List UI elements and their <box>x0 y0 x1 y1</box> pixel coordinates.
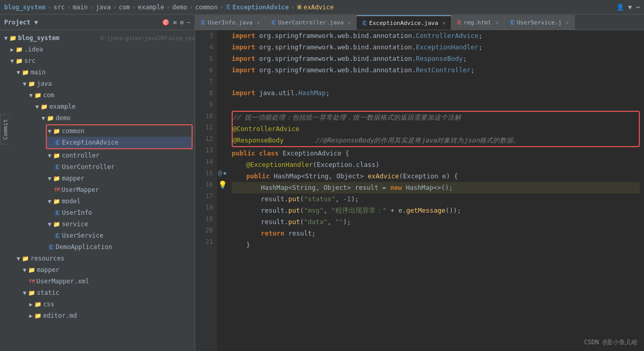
breadcrumb-class[interactable]: ExceptionAdvice <box>232 4 288 11</box>
folder-icon: 📁 <box>22 69 29 76</box>
breadcrumb-bar: blog_system › src › main › java › com › … <box>0 0 644 15</box>
code-line-10: // 统一功能处理：包括统一异常处理，统一数据格式的返回需要加这个注解 <box>233 112 639 123</box>
tree-com-label: com <box>43 92 195 99</box>
expand-icon: ▼ <box>23 290 27 296</box>
tree-common-label: common <box>62 127 192 135</box>
expand-icon: ▶ <box>10 46 14 53</box>
tree-model[interactable]: ▼ 📁 model <box>0 196 195 207</box>
tree-mapper-label: mapper <box>62 175 195 182</box>
tree-src[interactable]: ▼ 📁 src <box>0 55 195 67</box>
tree-static-label: static <box>37 289 195 296</box>
sidebar: Commit Project ▼ 🎯 ≡ ⚙ — ▼ 📁 blog_system… <box>0 15 195 351</box>
minimize-icon[interactable]: — <box>187 19 191 26</box>
editor-area: C UserInfo.java × C UserController.java … <box>195 15 644 351</box>
tree-java[interactable]: ▼ 📁 java <box>0 78 195 89</box>
tab-userservice[interactable]: C UserService.j × <box>504 15 575 30</box>
tree-user-service[interactable]: C UserService <box>0 230 195 241</box>
code-line-8: import java.util.HashMap; <box>232 87 640 99</box>
tree-controller[interactable]: ▼ 📁 controller <box>0 150 195 161</box>
tree-res-mapper[interactable]: ▼ 📁 mapper <box>0 264 195 276</box>
code-content[interactable]: import org.springframework.web.bind.anno… <box>228 30 644 351</box>
tree-exception-advice[interactable]: C ExceptionAdvice <box>47 137 192 148</box>
tab-close-icon[interactable]: × <box>443 20 446 26</box>
tree-resources[interactable]: ▼ 📁 resources <box>0 253 195 264</box>
expand-icon: ▼ <box>4 35 8 42</box>
code-line-18: result.put("msg", "程序出现异常：" + e.getMessa… <box>232 205 640 216</box>
folder-icon: 📁 <box>9 35 17 42</box>
tree-css[interactable]: ▶ 📁 css <box>0 298 195 310</box>
breadcrumb-java[interactable]: java <box>96 4 111 11</box>
person-icon[interactable]: 👤 ▼ <box>616 4 632 11</box>
java-c-icon: C <box>54 140 60 146</box>
back-icon[interactable]: ↩ <box>636 4 640 11</box>
tab-close-icon[interactable]: × <box>348 20 351 25</box>
folder-icon: 📁 <box>34 92 42 99</box>
code-line-21: } <box>232 239 640 251</box>
expand-icon: ▼ <box>29 92 33 99</box>
code-line-5: import org.springframework.web.bind.anno… <box>232 53 640 64</box>
code-line-12: @ResponseBody //@ResponseBody的作用其实是将java… <box>233 135 639 146</box>
folder-icon: 📁 <box>53 128 60 135</box>
breadcrumb-method-icon: m <box>297 4 302 10</box>
highlight-box: ▼ 📁 common C ExceptionAdvice <box>46 124 193 149</box>
tree-demo-label: demo <box>56 114 195 122</box>
tab-bar: C UserInfo.java × C UserController.java … <box>195 15 644 30</box>
tab-close-icon[interactable]: × <box>257 20 260 25</box>
tab-usercontroller[interactable]: C UserController.java × <box>266 15 357 30</box>
tree-service[interactable]: ▼ 📁 service <box>0 218 195 230</box>
tree-root[interactable]: ▼ 📁 blog_system D:\java-gitee\java104\bl… <box>0 32 195 44</box>
folder-icon: 📁 <box>41 103 48 110</box>
breadcrumb-demo[interactable]: demo <box>172 4 187 11</box>
tree-user-mapper-xml-label: UserMapper.xml <box>36 278 195 285</box>
tree-main[interactable]: ▼ 📁 main <box>0 67 195 78</box>
breadcrumb-common[interactable]: common <box>195 4 218 11</box>
folder-icon: 📁 <box>28 290 35 296</box>
tree-resources-label: resources <box>31 255 195 262</box>
tab-userinfo[interactable]: C UserInfo.java × <box>195 15 266 30</box>
folder-icon: 📁 <box>22 255 29 262</box>
tree-editor-md[interactable]: ▶ 📁 editor.md <box>0 310 195 321</box>
options-icon[interactable]: ⚙ <box>180 19 184 26</box>
breadcrumb-com[interactable]: com <box>119 4 130 11</box>
tree-user-controller-label: UserController <box>62 163 195 171</box>
tree-mapper[interactable]: ▼ 📁 mapper <box>0 173 195 184</box>
expand-icon: ▼ <box>48 175 52 182</box>
tree-idea[interactable]: ▶ 📁 .idea <box>0 44 195 55</box>
expand-icon: ▼ <box>48 152 52 159</box>
expand-icon: ▼ <box>17 69 20 76</box>
breadcrumb-src[interactable]: src <box>54 4 65 11</box>
tab-close-icon[interactable]: × <box>566 20 569 25</box>
breadcrumb-example[interactable]: example <box>138 4 165 11</box>
sidebar-header-icons: 🎯 ≡ ⚙ — <box>162 19 191 26</box>
breadcrumb-method[interactable]: exAdvice <box>304 4 334 11</box>
tab-close-icon[interactable]: × <box>496 20 499 25</box>
tab-reghtml[interactable]: H reg.html × <box>451 15 504 30</box>
tab-exceptionadvice[interactable]: C ExceptionAdvice.java × <box>357 15 451 30</box>
tree-user-info-label: UserInfo <box>62 209 195 216</box>
tree-user-mapper[interactable]: 🗺 UserMapper <box>0 184 195 196</box>
tree-service-label: service <box>62 220 195 228</box>
tree-example[interactable]: ▼ 📁 example <box>0 101 195 112</box>
commit-tab[interactable]: Commit <box>0 114 10 145</box>
tree-user-mapper-xml[interactable]: 🗺 UserMapper.xml <box>0 276 195 287</box>
locate-icon[interactable]: 🎯 <box>162 19 170 26</box>
tab-userservice-label: UserService.j <box>517 19 562 26</box>
red-annotation-box: // 统一功能处理：包括统一异常处理，统一数据格式的返回需要加这个注解 @Con… <box>232 111 640 147</box>
tree-static[interactable]: ▼ 📁 static <box>0 287 195 298</box>
breadcrumb-project[interactable]: blog_system <box>4 4 45 11</box>
collapse-icon[interactable]: ≡ <box>173 19 176 26</box>
folder-icon: 📁 <box>28 267 35 274</box>
tree-user-info[interactable]: C UserInfo <box>0 207 195 218</box>
breadcrumb-main[interactable]: main <box>73 4 88 11</box>
tree-demo[interactable]: ▼ 📁 demo <box>0 112 195 124</box>
tree-common[interactable]: ▼ 📁 common <box>47 125 192 137</box>
code-line-19: result.put("data", ""); <box>232 216 640 228</box>
tree-com[interactable]: ▼ 📁 com <box>0 89 195 101</box>
code-line-7 <box>232 76 640 87</box>
tree-demo-app[interactable]: C DemoApplication <box>0 241 195 253</box>
sidebar-title: Project ▼ <box>4 19 38 26</box>
tree-user-controller[interactable]: C UserController <box>0 161 195 173</box>
folder-icon: 📁 <box>53 175 60 182</box>
expand-icon: ▼ <box>23 81 27 87</box>
expand-icon: ▼ <box>48 128 52 135</box>
